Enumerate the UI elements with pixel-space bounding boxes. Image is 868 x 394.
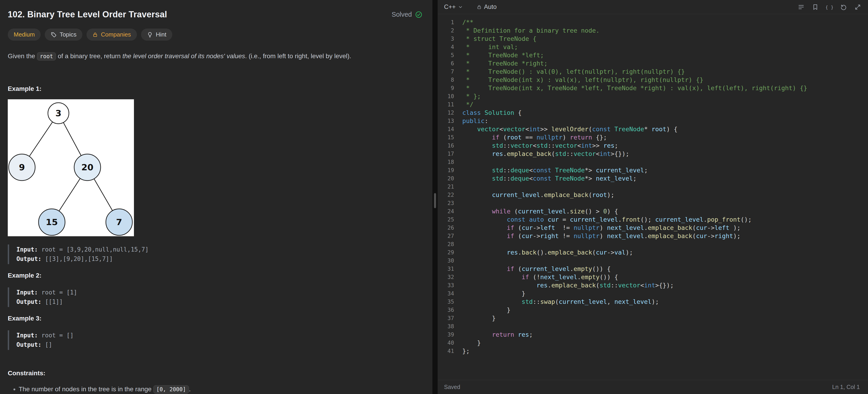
code-line-37[interactable]: 37 } [438, 314, 868, 322]
code-line-12[interactable]: 12class Solution { [438, 109, 868, 117]
code-line-31[interactable]: 31 if (current_level.empty()) { [438, 265, 868, 273]
cursor-position: Ln 1, Col 1 [832, 384, 860, 390]
line-number: 32 [438, 273, 454, 281]
input-label: Input: [17, 332, 38, 339]
code-line-36[interactable]: 36 } [438, 306, 868, 314]
code-line-text: * int val; [454, 43, 518, 51]
output-value: [[3],[9,20],[15,7]] [45, 255, 113, 262]
code-line-20[interactable]: 20 std::deque<const TreeNode*> next_leve… [438, 174, 868, 183]
problem-header: 102. Binary Tree Level Order Traversal S… [8, 9, 422, 20]
editor-toolbar-icons: { } [797, 3, 862, 11]
inline-code-range: [0, 2000] [153, 385, 189, 394]
line-number: 38 [438, 322, 454, 331]
code-line-32[interactable]: 32 if (!next_level.empty()) { [438, 273, 868, 281]
code-line-25[interactable]: 25 const auto cur = current_level.front(… [438, 215, 868, 224]
code-line-15[interactable]: 15 if (root == nullptr) return {}; [438, 133, 868, 142]
code-line-24[interactable]: 24 while (current_level.size() > 0) { [438, 207, 868, 215]
code-line-5[interactable]: 5 * TreeNode *left; [438, 51, 868, 59]
description-text: Given the [8, 53, 37, 60]
code-line-13[interactable]: 13public: [438, 117, 868, 125]
code-line-21[interactable]: 21 [438, 183, 868, 191]
code-line-28[interactable]: 28 [438, 240, 868, 248]
line-number: 24 [438, 207, 454, 215]
code-line-16[interactable]: 16 std::vector<std::vector<int>> res; [438, 142, 868, 150]
line-number: 3 [438, 35, 454, 43]
panel-resizer[interactable] [432, 0, 438, 394]
hint-chip[interactable]: Hint [141, 29, 172, 41]
line-number: 39 [438, 331, 454, 339]
inline-code-root: root [37, 52, 56, 60]
code-line-1[interactable]: 1/** [438, 18, 868, 27]
svg-text:9: 9 [19, 162, 25, 172]
example-input-line: Input: root = [3,9,20,null,null,15,7] [17, 245, 422, 254]
code-line-41[interactable]: 41}; [438, 347, 868, 355]
line-number: 12 [438, 109, 454, 117]
code-line-2[interactable]: 2 * Definition for a binary tree node. [438, 27, 868, 35]
code-line-40[interactable]: 40 } [438, 339, 868, 347]
code-line-text [454, 256, 462, 265]
hint-label: Hint [156, 31, 166, 38]
code-line-30[interactable]: 30 [438, 256, 868, 265]
code-editor[interactable]: 1/**2 * Definition for a binary tree nod… [438, 14, 868, 375]
code-line-29[interactable]: 29 res.back().emplace_back(cur->val); [438, 248, 868, 256]
topics-chip[interactable]: Topics [45, 29, 82, 41]
code-line-9[interactable]: 9 * TreeNode(int x, TreeNode *left, Tree… [438, 84, 868, 92]
bookmark-icon[interactable] [811, 3, 819, 11]
code-line-22[interactable]: 22 current_level.emplace_back(root); [438, 191, 868, 199]
code-line-text: res.emplace_back(std::vector<int>{}); [454, 281, 674, 290]
code-line-text: while (current_level.size() > 0) { [454, 207, 618, 215]
resizer-handle-icon[interactable] [434, 193, 436, 208]
code-line-10[interactable]: 10 * }; [438, 92, 868, 100]
reset-icon[interactable] [840, 3, 847, 11]
code-line-text: /** [454, 18, 473, 27]
line-number: 1 [438, 18, 454, 27]
lock-icon [92, 32, 98, 37]
difficulty-badge[interactable]: Medium [8, 29, 41, 41]
code-line-text: * TreeNode *right; [454, 59, 548, 67]
braces-icon[interactable]: { } [826, 3, 833, 11]
expand-icon[interactable] [854, 3, 862, 11]
code-line-4[interactable]: 4 * int val; [438, 43, 868, 51]
code-line-14[interactable]: 14 vector<vector<int>> levelOrder(const … [438, 125, 868, 133]
code-line-34[interactable]: 34 } [438, 290, 868, 298]
code-line-39[interactable]: 39 return res; [438, 331, 868, 339]
line-number: 20 [438, 174, 454, 183]
line-number: 34 [438, 290, 454, 298]
code-line-35[interactable]: 35 std::swap(current_level, next_level); [438, 298, 868, 306]
code-line-23[interactable]: 23 [438, 199, 868, 207]
line-number: 41 [438, 347, 454, 355]
code-line-7[interactable]: 7 * TreeNode() : val(0), left(nullptr), … [438, 67, 868, 76]
line-number: 9 [438, 84, 454, 92]
lock-icon [477, 5, 482, 9]
line-number: 14 [438, 125, 454, 133]
code-line-38[interactable]: 38 [438, 322, 868, 331]
code-line-11[interactable]: 11 */ [438, 100, 868, 109]
problem-description: Given the root of a binary tree, return … [8, 51, 422, 61]
companies-chip[interactable]: Companies [87, 29, 137, 41]
language-selector[interactable]: C++ [444, 3, 463, 10]
code-line-text: * TreeNode *left; [454, 51, 544, 59]
code-line-26[interactable]: 26 if (cur->left != nullptr) next_level.… [438, 224, 868, 232]
line-number: 10 [438, 92, 454, 100]
check-circle-icon [415, 11, 422, 18]
notes-icon[interactable] [797, 3, 805, 11]
code-line-3[interactable]: 3 * struct TreeNode { [438, 35, 868, 43]
editor-panel: C++ Auto [438, 0, 868, 394]
code-line-17[interactable]: 17 res.emplace_back(std::vector<int>{}); [438, 150, 868, 158]
code-line-text: * }; [454, 92, 481, 100]
code-line-6[interactable]: 6 * TreeNode *right; [438, 59, 868, 67]
code-line-text: if (root == nullptr) return {}; [454, 133, 607, 142]
code-line-18[interactable]: 18 [438, 158, 868, 166]
line-number: 2 [438, 27, 454, 35]
code-line-27[interactable]: 27 if (cur->right != nullptr) next_level… [438, 232, 868, 240]
line-number: 17 [438, 150, 454, 158]
line-number: 27 [438, 232, 454, 240]
companies-label: Companies [101, 31, 131, 38]
line-number: 31 [438, 265, 454, 273]
code-line-8[interactable]: 8 * TreeNode(int x) : val(x), left(nullp… [438, 76, 868, 84]
line-number: 28 [438, 240, 454, 248]
code-line-text: std::deque<const TreeNode*> current_leve… [454, 166, 648, 174]
auto-toggle[interactable]: Auto [477, 3, 497, 10]
code-line-19[interactable]: 19 std::deque<const TreeNode*> current_l… [438, 166, 868, 174]
code-line-33[interactable]: 33 res.emplace_back(std::vector<int>{}); [438, 281, 868, 290]
